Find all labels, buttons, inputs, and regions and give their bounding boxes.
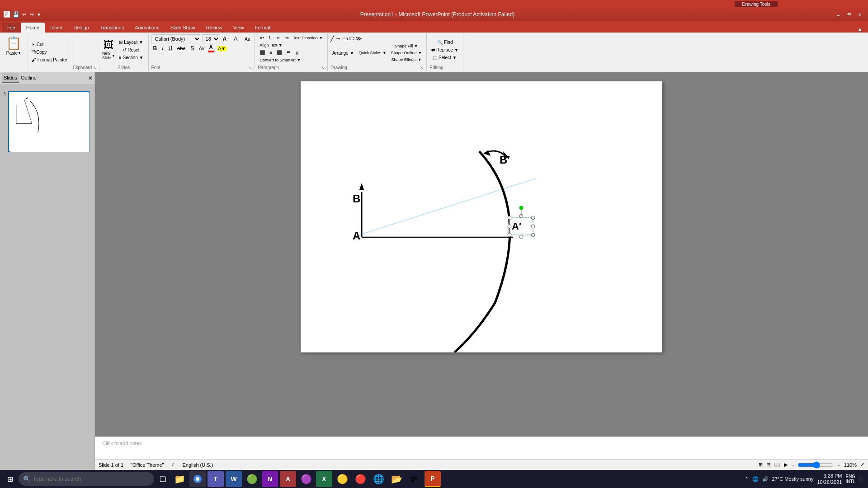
numbering-button[interactable]: 1.: [267, 34, 274, 41]
oval-tool[interactable]: ⬭: [349, 34, 354, 42]
shape-effects-button[interactable]: Shape Effects ▼: [389, 56, 424, 63]
section-button[interactable]: ≡ Section ▼: [117, 54, 146, 61]
taskbar-app3[interactable]: 🟡: [334, 471, 350, 487]
char-spacing-button[interactable]: AV: [197, 45, 207, 52]
align-left-button[interactable]: ⬛: [258, 49, 267, 56]
layout-button[interactable]: ⊞ Layout ▼: [117, 39, 146, 46]
quick-redo[interactable]: ↪: [29, 11, 34, 18]
strikethrough-button[interactable]: abc: [175, 45, 187, 52]
copy-button[interactable]: ⿻ Copy: [30, 49, 69, 56]
tab-design[interactable]: Design: [68, 23, 94, 33]
reset-button[interactable]: ↺ Reset: [117, 47, 146, 53]
italic-button[interactable]: I: [160, 44, 165, 52]
align-center-button[interactable]: ≡: [268, 49, 274, 56]
replace-button[interactable]: ⇄ Replace ▼: [429, 47, 460, 53]
underline-button[interactable]: U: [167, 44, 175, 52]
taskbar-explorer2[interactable]: 📂: [388, 471, 405, 487]
decrease-font-button[interactable]: A↓: [232, 35, 242, 43]
font-size-select[interactable]: 18: [202, 34, 220, 43]
quick-styles-button[interactable]: Quick Styles ▼: [357, 50, 388, 56]
slides-tab[interactable]: Slides: [2, 73, 19, 83]
taskbar-file-explorer[interactable]: 📁: [171, 471, 188, 487]
convert-smartart-button[interactable]: Convert to SmartArt ▼: [258, 57, 302, 63]
taskbar-store[interactable]: 🛍: [406, 471, 423, 487]
taskbar-edge[interactable]: 🌐: [370, 471, 387, 487]
font-face-select[interactable]: Calibri (Body): [151, 34, 201, 43]
text-direction-button[interactable]: Text Direction ▼: [291, 35, 325, 41]
taskbar-powerpoint[interactable]: P: [425, 471, 441, 487]
clear-format-button[interactable]: Aa: [243, 36, 252, 42]
slide-canvas[interactable]: B A B′: [301, 81, 662, 352]
find-button[interactable]: 🔍 Find: [429, 39, 460, 46]
tab-format[interactable]: Format: [249, 23, 276, 33]
tab-file[interactable]: File: [2, 23, 21, 33]
paragraph-arrow[interactable]: ↘: [321, 65, 325, 70]
tab-insert[interactable]: Insert: [45, 23, 68, 33]
outline-tab[interactable]: Outline: [19, 73, 38, 83]
arrange-button[interactable]: Arrange ▼: [330, 50, 356, 56]
slideshow-button[interactable]: ▶: [784, 462, 788, 468]
zoom-slider[interactable]: [797, 461, 834, 469]
taskbar-app2[interactable]: 🟣: [298, 471, 314, 487]
tab-slideshow[interactable]: Slide Show: [165, 23, 201, 33]
cut-button[interactable]: ✂ Cut: [30, 41, 69, 48]
taskbar-teams[interactable]: T: [208, 471, 224, 487]
fit-button[interactable]: ⤢: [860, 462, 864, 468]
justify-button[interactable]: ☰: [285, 49, 292, 56]
quick-save[interactable]: 💾: [13, 11, 19, 18]
maximize-button[interactable]: 🗗: [844, 11, 854, 18]
taskbar-search-input[interactable]: [19, 472, 154, 486]
spell-check-icon[interactable]: ✓: [171, 462, 175, 468]
start-button[interactable]: ⊞: [4, 473, 17, 485]
taskbar-excel[interactable]: X: [316, 471, 332, 487]
more-shapes[interactable]: ≫: [355, 35, 362, 42]
minimize-button[interactable]: 🗕: [834, 11, 843, 18]
shape-fill-button[interactable]: Shape Fill ▼: [389, 43, 424, 49]
decrease-indent-button[interactable]: ⇤: [275, 34, 282, 41]
taskbar-chrome[interactable]: [189, 471, 206, 487]
taskbar-app4[interactable]: 🔴: [352, 471, 368, 487]
font-color-button[interactable]: A: [208, 44, 214, 52]
font-arrow[interactable]: ↘: [248, 65, 252, 70]
taskbar-onenote[interactable]: N: [262, 471, 278, 487]
quick-undo[interactable]: ↩: [22, 11, 27, 18]
taskbar-app1[interactable]: 🟢: [244, 471, 260, 487]
tab-view[interactable]: View: [228, 23, 250, 33]
taskbar-access[interactable]: A: [280, 471, 296, 487]
zoom-in-button[interactable]: +: [837, 462, 840, 468]
tab-home[interactable]: Home: [21, 23, 45, 33]
notes-area[interactable]: Click to add notes: [95, 436, 868, 459]
arrow-tool[interactable]: →: [335, 35, 341, 42]
increase-indent-button[interactable]: ⇥: [283, 34, 290, 41]
close-button[interactable]: ✕: [855, 11, 864, 18]
ribbon-collapse[interactable]: ▲: [857, 26, 863, 33]
new-slide-button[interactable]: 🖼 NewSlide ▼: [102, 39, 115, 60]
align-text-button[interactable]: Align Text ▼: [258, 42, 284, 48]
zoom-out-button[interactable]: −: [791, 462, 794, 468]
paste-button[interactable]: 📋 Paste ▼: [3, 34, 25, 57]
sidebar-close-button[interactable]: ✕: [88, 75, 93, 81]
align-right-button[interactable]: ⬛: [275, 49, 284, 56]
taskbar-word[interactable]: W: [226, 471, 242, 487]
shape-outline-button[interactable]: Shape Outline ▼: [389, 50, 424, 56]
line-tool[interactable]: ╱: [330, 35, 334, 42]
tab-review[interactable]: Review: [201, 23, 228, 33]
reading-view-button[interactable]: 📖: [774, 462, 780, 468]
shadow-button[interactable]: S: [189, 44, 196, 52]
slide-thumbnail[interactable]: [8, 91, 90, 152]
bold-button[interactable]: B: [151, 44, 159, 52]
select-button[interactable]: ⬚ Select ▼: [429, 54, 460, 61]
drawing-arrow[interactable]: ↘: [420, 65, 424, 70]
columns-button[interactable]: ⫼: [293, 49, 302, 56]
bullets-button[interactable]: ≡•: [258, 34, 265, 41]
tab-transitions[interactable]: Transitions: [94, 23, 129, 33]
task-view-button[interactable]: ❏: [156, 473, 170, 485]
taskbar-network-icon[interactable]: 🌐: [752, 476, 759, 482]
rect-tool[interactable]: ▭: [342, 35, 348, 42]
clipboard-arrow[interactable]: ↘: [93, 65, 97, 70]
taskbar-volume-icon[interactable]: 🔊: [762, 476, 769, 482]
quick-access-arrow[interactable]: ▼: [37, 12, 41, 17]
increase-font-button[interactable]: A↑: [221, 35, 231, 43]
format-painter-button[interactable]: 🖌 Format Painter: [30, 56, 69, 63]
highlight-color-button[interactable]: A▼: [216, 45, 229, 52]
